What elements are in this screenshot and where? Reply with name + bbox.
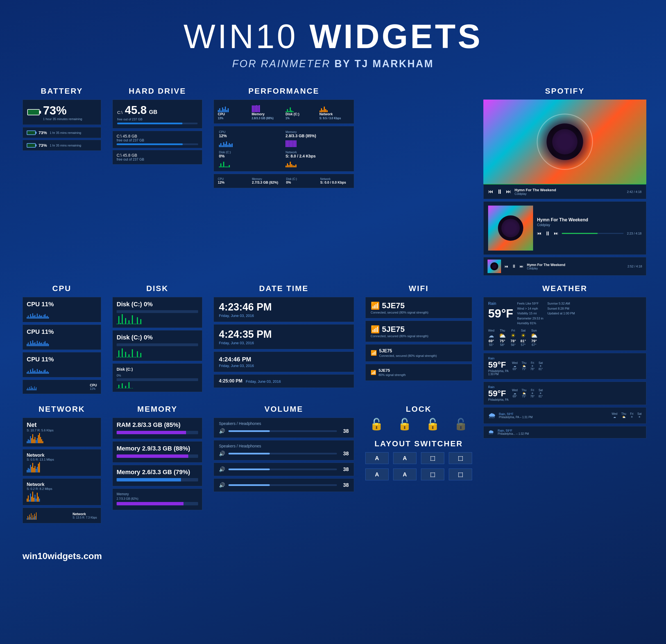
network-widget-3: Network S: 0.2 R: 8.2 Mbps <box>22 478 101 505</box>
datetime-widget-2: 4:24:35 PM Friday, June 03, 2016 <box>214 324 354 349</box>
mini-prev-button[interactable]: ⏮ <box>504 264 508 269</box>
network-widget-4: Network S: 13.5 R: 7.3 Kbps <box>22 508 101 523</box>
layout-icons: A A ⬚ ⬚ A A ⬚ ⬚ <box>365 452 472 480</box>
weather-day-fri: Fri☀78°56° <box>510 329 516 346</box>
lock-section: LOCK 🔓 🔓 🔓 🔓 LAYOUT SWITCHER A A ⬚ ⬚ A A… <box>365 405 472 526</box>
lock-icons: 🔓 🔓 🔓 🔓 <box>365 418 472 431</box>
mem-bar-2 <box>117 455 198 458</box>
dt-date-2: Friday, June 03, 2016 <box>219 341 349 345</box>
spotify-med-track: Hymn For The Weekend <box>537 217 642 222</box>
harddrive-title: HARD DRIVE <box>112 87 202 96</box>
vol-slider-3[interactable] <box>228 469 337 470</box>
battery-pct-large: 73% <box>43 104 82 117</box>
disk-widget-3: Disk (C:) 0% <box>112 363 202 392</box>
performance-section: PERFORMANCE CPU13% Memory2.8/3.3 GB (88%… <box>214 87 354 276</box>
disk-spikes-3 <box>117 382 198 388</box>
page-title: WIN10 WIDGETS <box>0 17 666 56</box>
lock-icon-4[interactable]: 🔓 <box>450 418 472 431</box>
net-label-1: Net <box>27 421 97 428</box>
spotify-mini-info: Hymn For The Weekend Coldplay <box>527 263 624 270</box>
spotify-mini-track: Hymn For The Weekend <box>527 263 624 267</box>
layout-icon-1[interactable]: A <box>365 452 389 464</box>
net-stats-2: S: 0.5 R: 13.1 Mbps <box>27 458 97 461</box>
mini-next-button[interactable]: ⏭ <box>520 264 524 269</box>
layout-icon-2[interactable]: A <box>393 452 417 464</box>
vol-icon-4: 🔊 <box>219 482 225 488</box>
wifi-icon-3: 📶 <box>371 350 377 356</box>
vol-slider-4[interactable] <box>228 484 337 486</box>
perf-med-mem-chart <box>285 139 349 147</box>
weather-sun-info: Sunrise 5:32 AM Sunset 8:28 PM Updated a… <box>547 301 575 326</box>
prev-button[interactable]: ⏮ <box>488 189 493 194</box>
spotify-album-art-large <box>483 100 646 184</box>
hd-row2-detail: free out of 237 GB <box>117 157 198 162</box>
hd-unit: GB <box>149 109 157 115</box>
weather-s4-location: Philadelphia... – 1:32 PM <box>498 432 529 435</box>
header: WIN10 WIDGETS FOR RAINMETER BY TJ MARKHA… <box>0 0 666 81</box>
mem-label-3: Memory 2.6/3.3 GB (79%) <box>117 469 198 476</box>
next-button[interactable]: ⏭ <box>506 189 511 194</box>
hd-drive-label: C:\ <box>117 110 123 115</box>
volume-widget-4: 🔊 38 <box>214 478 354 492</box>
net-sparkline-3 <box>27 492 97 502</box>
spotify-controls-large[interactable]: ⏮ ⏸ ⏭ Hymn For The Weekend Coldplay 2:42… <box>483 184 646 199</box>
weather-day-thu: Thu⛅75°58° <box>499 329 506 346</box>
lock-title: LOCK <box>365 405 472 414</box>
harddrive-section: HARD DRIVE C:\ 45.8 GB free out of 237 G… <box>112 87 202 276</box>
datetime-section: DATE TIME 4:23:46 PM Friday, June 03, 20… <box>214 284 354 396</box>
layout-icon-4[interactable]: ⬚ <box>449 452 472 464</box>
med-next-button[interactable]: ⏭ <box>554 231 558 236</box>
perf-full-widget: CPU 12% Memory 2.7/3.3 GB (82%) Disk (C:… <box>214 174 354 188</box>
battery-icon-large <box>27 109 40 115</box>
weather-small-1: Rain 59°F Philadelphia, PA 1:30 PM Wed☁6… <box>483 353 646 379</box>
layout-icon-6[interactable]: A <box>393 469 417 480</box>
datetime-widget-1: 4:23:46 PM Friday, June 03, 2016 <box>214 297 354 322</box>
vol-slider-1[interactable] <box>228 430 337 432</box>
lock-icon-1[interactable]: 🔓 <box>365 418 388 431</box>
wifi-icon-1: 📶 <box>371 302 380 310</box>
weather-s1-location: Philadelphia, PA <box>488 370 509 373</box>
weather-s3-icon: 🌧 <box>488 411 496 420</box>
lock-icon-2[interactable]: 🔓 <box>393 418 416 431</box>
weather-s4-condition: Rain, 59°F <box>498 429 529 432</box>
vol-val-1: 38 <box>340 428 349 434</box>
perf-mem-chart <box>252 104 282 112</box>
pause-button[interactable]: ⏸ <box>496 188 503 196</box>
album-design <box>537 114 593 170</box>
perf-full-disk: Disk (C:) 0% <box>286 177 316 185</box>
battery-section: BATTERY 73% 1 hour 35 minutes remaining … <box>22 87 101 276</box>
cpu-widget-1: CPU 11% <box>22 297 101 322</box>
perf-med-cpu: CPU 12% <box>219 130 282 147</box>
volume-widget-1: Speakers / Headphones 🔊 38 <box>214 418 354 438</box>
mem-label-4: Memory <box>117 492 198 496</box>
network-title: NETWORK <box>22 405 101 414</box>
harddrive-row-2: C:\ 45.8 GB free out of 237 GB <box>112 150 202 165</box>
spotify-medium-widget: Hymn For The Weekend Coldplay ⏮ ⏸ ⏭ 2:23… <box>483 201 646 255</box>
layout-icon-5[interactable]: A <box>365 469 389 480</box>
weather-temp-big: 59°F <box>488 307 513 320</box>
page-subtitle: FOR RAINMETER BY TJ MARKHAM <box>0 58 666 70</box>
layout-icon-7[interactable]: ⬚ <box>421 469 444 480</box>
network-widget-1: Net S: 10.7 R: 5.6 Kbps <box>22 418 101 447</box>
spotify-prog-fill <box>562 233 598 234</box>
vol-icon-3: 🔊 <box>219 466 225 472</box>
weather-s2-condition: Rain <box>488 385 509 389</box>
lock-icon-3[interactable]: 🔓 <box>422 418 444 431</box>
spotify-med-artist: Coldplay <box>537 223 642 227</box>
layout-icon-3[interactable]: ⬚ <box>421 452 444 464</box>
battery-small-icon-2 <box>27 143 36 148</box>
vol-val-2: 38 <box>340 451 349 457</box>
battery-row-1: 73% 1 hr 35 mins remaining <box>22 127 101 138</box>
med-prev-button[interactable]: ⏮ <box>537 231 542 236</box>
layout-icon-8[interactable]: ⬚ <box>449 469 472 480</box>
mini-pause-button[interactable]: ⏸ <box>512 264 516 269</box>
med-pause-button[interactable]: ⏸ <box>545 230 550 237</box>
mem-val-4: 2.7/3.3 GB (82%) <box>117 497 198 500</box>
memory-section: MEMORY RAM 2.8/3.3 GB (85%) Memory 2.9/3… <box>112 405 202 526</box>
perf-full-net: Network S: 0.0 / 0.0 Kbps <box>320 177 350 185</box>
hd-row1-bar <box>117 143 198 145</box>
memory-widget-1: RAM 2.8/3.3 GB (85%) <box>112 418 202 439</box>
vol-slider-2[interactable] <box>228 453 337 455</box>
weather-day-sun: Sun⛅79°67° <box>530 329 538 346</box>
cpu-label-3: CPU 11% <box>27 356 97 363</box>
